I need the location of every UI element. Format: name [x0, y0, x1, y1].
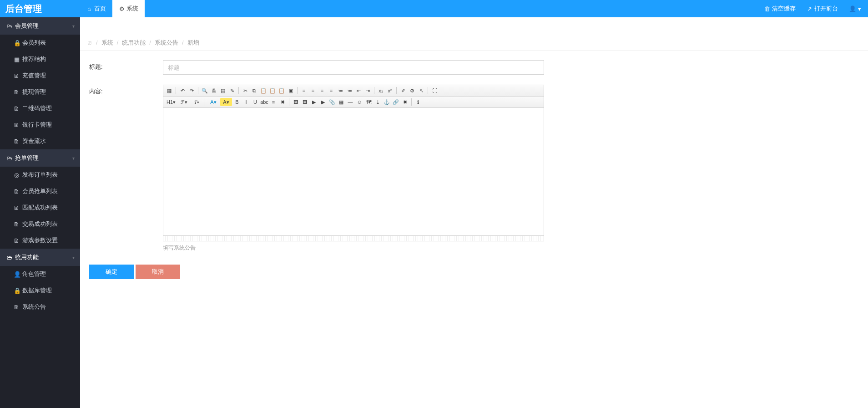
editor-back-color-button[interactable]: A▾: [220, 98, 232, 106]
editor-select-all-button[interactable]: ▣: [287, 87, 295, 95]
folder-icon: 🗁: [6, 254, 12, 261]
sidebar-item-1-3[interactable]: 🗎交易成功列表: [0, 216, 80, 232]
editor-superscript-button[interactable]: x²: [386, 87, 394, 95]
breadcrumb-item[interactable]: 系统公告: [155, 39, 178, 47]
editor-table-button[interactable]: ▦: [337, 98, 345, 106]
sidebar-group-2[interactable]: 🗁统用功能▾: [0, 249, 80, 266]
sidebar-group-0[interactable]: 🗁会员管理▾: [0, 17, 80, 35]
sidebar-item-label: 提现管理: [22, 88, 46, 96]
submit-button[interactable]: 确定: [89, 265, 134, 279]
tab-home[interactable]: ⌂ 首页: [80, 0, 112, 17]
editor-emoji-button[interactable]: ☺: [355, 98, 363, 106]
editor-font-size-button[interactable]: 𝑇▾: [191, 98, 202, 106]
sidebar-item-0-3[interactable]: 🗎提现管理: [0, 84, 80, 100]
editor-multi-image-button[interactable]: 🖼: [301, 98, 309, 106]
sidebar-item-0-4[interactable]: 🗎二维码管理: [0, 100, 80, 117]
ring-icon: ◎: [14, 172, 20, 178]
editor-fullscreen-button[interactable]: ⛶: [430, 87, 439, 95]
topbar: 后台管理 ⌂ 首页 ⚙ 系统 🗑 清空缓存 ↗ 打开前台 👤 ▾: [0, 0, 868, 17]
editor-outdent-button[interactable]: ⇤: [354, 87, 363, 95]
file-icon: 🗎: [14, 221, 20, 228]
sidebar-item-label: 银行卡管理: [22, 121, 52, 129]
breadcrumb-item[interactable]: 系统: [101, 39, 113, 47]
sidebar-item-1-1[interactable]: 🗎会员抢单列表: [0, 183, 80, 199]
user-menu[interactable]: 👤 ▾: [843, 0, 868, 17]
editor-baidu-map-button[interactable]: 🗺: [364, 98, 373, 106]
editor-align-justify-button[interactable]: ≡: [327, 87, 335, 95]
sidebar-item-0-1[interactable]: ▦推荐结构: [0, 51, 80, 67]
editor-body[interactable]: [163, 108, 544, 235]
editor-flash-button[interactable]: ▶: [310, 98, 318, 106]
editor-copy-button[interactable]: ⧉: [250, 87, 258, 95]
cancel-button[interactable]: 取消: [136, 265, 180, 279]
editor-format-block-button[interactable]: H1▾: [165, 98, 177, 106]
sidebar-item-0-6[interactable]: 🗎资金流水: [0, 133, 80, 149]
grid-icon: ▦: [14, 56, 20, 63]
editor-fore-color-button[interactable]: A▾: [207, 98, 219, 106]
toolbar-separator: [289, 98, 289, 106]
editor-preview-button[interactable]: 🔍: [201, 87, 209, 95]
sidebar-item-1-0[interactable]: ◎发布订单列表: [0, 167, 80, 183]
editor-redo-button[interactable]: ↷: [187, 87, 196, 95]
editor-cut-button[interactable]: ✂: [241, 87, 249, 95]
sidebar-item-1-4[interactable]: 🗎游戏参数设置: [0, 232, 80, 249]
sidebar-item-0-5[interactable]: 🗎银行卡管理: [0, 117, 80, 133]
editor-align-center-button[interactable]: ≡: [309, 87, 317, 95]
editor-code-button[interactable]: ✎: [228, 87, 236, 95]
clear-cache-button[interactable]: 🗑 清空缓存: [759, 0, 801, 17]
editor-bold-button[interactable]: B: [233, 98, 241, 106]
sidebar-group-1[interactable]: 🗁抢单管理▾: [0, 149, 80, 167]
toolbar-separator: [297, 87, 298, 94]
toolbar-separator: [428, 87, 428, 94]
editor-remove-format-button[interactable]: ✖: [278, 98, 287, 106]
editor-template-button[interactable]: ▤: [219, 87, 227, 95]
sidebar-item-1-2[interactable]: 🗎匹配成功列表: [0, 199, 80, 216]
editor-about-button[interactable]: ℹ: [414, 98, 422, 106]
lock-icon: 🔒: [14, 40, 20, 46]
toolbar-separator: [238, 87, 239, 94]
folder-icon: 🗁: [6, 155, 12, 162]
action-label: 清空缓存: [772, 5, 796, 13]
editor-align-right-button[interactable]: ≡: [318, 87, 326, 95]
title-input[interactable]: [163, 60, 544, 75]
editor-pagebreak-button[interactable]: ⤓: [373, 98, 382, 106]
editor-source-button[interactable]: ▦: [165, 87, 173, 95]
editor-select-el-button[interactable]: ↖: [417, 87, 425, 95]
editor-clear-format-button[interactable]: ✐: [399, 87, 407, 95]
toolbar-separator: [374, 87, 374, 94]
toolbar-separator: [198, 87, 198, 94]
editor-subscript-button[interactable]: x₂: [377, 87, 385, 95]
editor-list-ul-button[interactable]: ≔: [345, 87, 353, 95]
open-frontend-button[interactable]: ↗ 打开前台: [801, 0, 843, 17]
editor-paste-plain-button[interactable]: 📋: [268, 87, 277, 95]
editor-font-family-button[interactable]: ℱ▾: [178, 98, 190, 106]
editor-print-button[interactable]: 🖶: [210, 87, 218, 95]
editor-italic-button[interactable]: I: [242, 98, 250, 106]
editor-line-height-button[interactable]: ≡: [269, 98, 278, 106]
sidebar-item-label: 数据库管理: [22, 286, 52, 288]
editor-indent-button[interactable]: ⇥: [363, 87, 372, 95]
editor-media-button[interactable]: ▶: [319, 98, 327, 106]
editor-paste-word-button[interactable]: 📋: [278, 87, 286, 95]
editor-undo-button[interactable]: ↶: [178, 87, 187, 95]
editor-unlink-button[interactable]: ✖: [401, 98, 409, 106]
editor-paste-button[interactable]: 📋: [259, 87, 267, 95]
editor-hr-button[interactable]: —: [346, 98, 354, 106]
editor-underline-button[interactable]: U: [251, 98, 259, 106]
editor-resize-handle[interactable]: [163, 235, 544, 241]
editor-align-left-button[interactable]: ≡: [300, 87, 308, 95]
editor-anchor-button[interactable]: ⚓: [383, 98, 391, 106]
editor-file-button[interactable]: 📎: [328, 98, 336, 106]
sidebar-item-0-2[interactable]: 🗎充值管理: [0, 67, 80, 84]
sidebar-item-2-1[interactable]: 🔒数据库管理: [0, 282, 80, 288]
sidebar-item-0-0[interactable]: 🔒会员列表: [0, 35, 80, 51]
breadcrumb-item[interactable]: 统用功能: [122, 39, 146, 47]
editor-image-button[interactable]: 🖼: [292, 98, 300, 106]
tab-system[interactable]: ⚙ 系统: [112, 0, 145, 17]
sidebar-item-2-0[interactable]: 👤角色管理: [0, 266, 80, 282]
editor-strike-button[interactable]: abc: [260, 98, 268, 106]
editor-quick-format-button[interactable]: ⚙: [408, 87, 416, 95]
file-icon: 🗎: [14, 237, 20, 244]
editor-link-button[interactable]: 🔗: [392, 98, 400, 106]
editor-list-ol-button[interactable]: ≔: [336, 87, 344, 95]
